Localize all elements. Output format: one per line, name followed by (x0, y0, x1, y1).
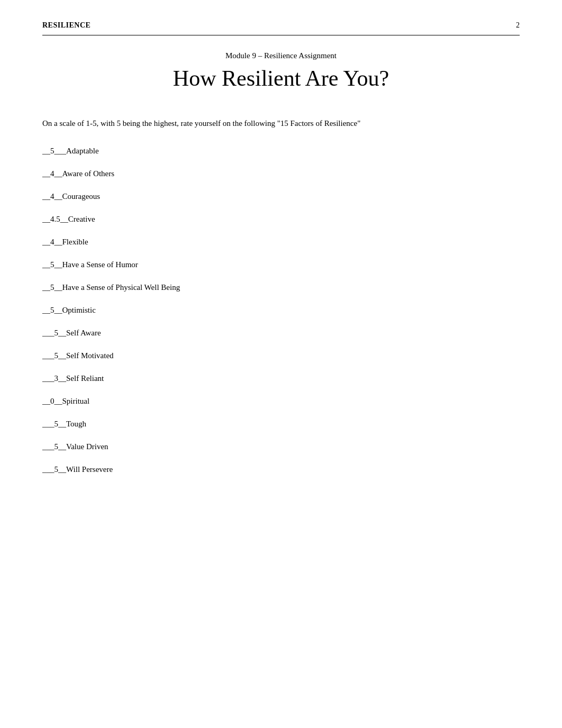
factor-label: Flexible (62, 238, 88, 246)
list-item: ___3__Self Reliant (42, 373, 520, 384)
factor-score: __0__ (42, 397, 62, 405)
list-item: ___5__Self Motivated (42, 350, 520, 361)
list-item: __4__Aware of Others (42, 168, 520, 179)
factor-score: __4__ (42, 238, 62, 246)
factor-score: ___5__ (42, 351, 66, 360)
factor-score: __5__ (42, 306, 62, 314)
factor-score: __5___ (42, 147, 66, 155)
intro-text: On a scale of 1-5, with 5 being the high… (42, 117, 520, 130)
list-item: ___5__Will Persevere (42, 464, 520, 475)
list-item: __5___Adaptable (42, 145, 520, 157)
factor-score: ___5__ (42, 420, 66, 428)
factor-list: __5___Adaptable__4__Aware of Others__4__… (42, 145, 520, 475)
list-item: ___5__Tough (42, 418, 520, 430)
subtitle: Module 9 – Resilience Assignment (42, 51, 520, 60)
factor-score: ___3__ (42, 374, 66, 383)
list-item: __5__Optimistic (42, 305, 520, 316)
factor-label: Will Persevere (66, 465, 113, 474)
factor-label: Value Driven (66, 442, 108, 451)
factor-label: Have a Sense of Humor (62, 260, 138, 269)
factor-label: Self Reliant (66, 374, 104, 383)
page: RESILIENCE 2 Module 9 – Resilience Assig… (0, 0, 562, 728)
list-item: __4.5__Creative (42, 214, 520, 225)
factor-label: Optimistic (62, 306, 96, 314)
list-item: __5__Have a Sense of Humor (42, 259, 520, 270)
list-item: ___5__Value Driven (42, 441, 520, 452)
factor-label: Aware of Others (62, 169, 115, 178)
list-item: __0__Spiritual (42, 396, 520, 407)
page-number: 2 (516, 21, 520, 30)
header-bar: RESILIENCE 2 (42, 21, 520, 35)
factor-score: __4.5__ (42, 215, 68, 223)
list-item: ___5__Self Aware (42, 327, 520, 339)
list-item: __5__Have a Sense of Physical Well Being (42, 282, 520, 293)
factor-label: Have a Sense of Physical Well Being (62, 283, 180, 292)
factor-label: Self Aware (66, 329, 101, 337)
factor-label: Creative (68, 215, 95, 223)
factor-score: __4__ (42, 192, 62, 201)
list-item: __4__Courageous (42, 191, 520, 202)
factor-score: __4__ (42, 169, 62, 178)
factor-label: Adaptable (66, 147, 99, 155)
factor-score: ___5__ (42, 465, 66, 474)
factor-label: Tough (66, 420, 86, 428)
factor-label: Courageous (62, 192, 101, 201)
main-title: How Resilient Are You? (42, 66, 520, 91)
list-item: __4__Flexible (42, 236, 520, 248)
factor-score: __5__ (42, 283, 62, 292)
factor-score: ___5__ (42, 329, 66, 337)
factor-label: Self Motivated (66, 351, 114, 360)
factor-score: ___5__ (42, 442, 66, 451)
factor-score: __5__ (42, 260, 62, 269)
factor-label: Spiritual (62, 397, 90, 405)
header-title: RESILIENCE (42, 21, 90, 30)
